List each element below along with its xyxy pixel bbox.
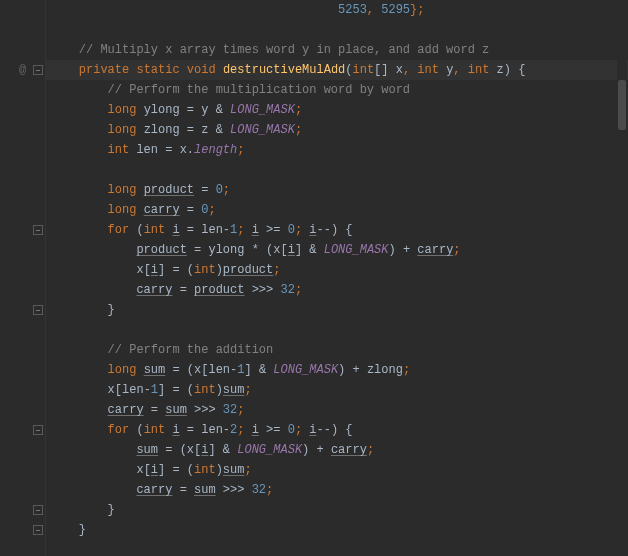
fold-icon[interactable] [33,65,43,75]
code-line[interactable] [50,320,628,340]
change-marker[interactable]: @ [0,60,45,80]
fold-icon[interactable] [33,225,43,235]
code-line[interactable]: long carry = 0; [50,200,628,220]
code-line[interactable]: } [50,300,628,320]
code-line[interactable]: long sum = (x[len-1] & LONG_MASK) + zlon… [50,360,628,380]
code-line[interactable]: } [50,520,628,540]
code-line[interactable]: long product = 0; [50,180,628,200]
code-line[interactable]: private static void destructiveMulAdd(in… [50,60,628,80]
vertical-scrollbar[interactable] [617,0,627,556]
code-area[interactable]: 5253, 5295}; // Multiply x array times w… [46,0,628,556]
fold-icon[interactable] [33,305,43,315]
code-line[interactable]: int len = x.length; [50,140,628,160]
code-line[interactable]: x[i] = (int)product; [50,260,628,280]
code-editor[interactable]: @ 5253, 5295}; // Multiply x array times… [0,0,628,556]
code-line[interactable]: // Perform the addition [50,340,628,360]
change-badge: @ [19,60,26,80]
code-line[interactable] [50,20,628,40]
fold-icon[interactable] [33,525,43,535]
code-line[interactable]: long zlong = z & LONG_MASK; [50,120,628,140]
fold-icon[interactable] [33,505,43,515]
code-line[interactable]: carry = sum >>> 32; [50,480,628,500]
gutter: @ [0,0,46,556]
fold-icon[interactable] [33,425,43,435]
code-line[interactable]: } [50,500,628,520]
code-line[interactable]: for (int i = len-2; i >= 0; i--) { [50,420,628,440]
code-line[interactable] [50,160,628,180]
code-line[interactable]: carry = product >>> 32; [50,280,628,300]
code-line[interactable]: 5253, 5295}; [50,0,628,20]
code-line[interactable] [50,540,628,556]
code-line[interactable]: product = ylong * (x[i] & LONG_MASK) + c… [50,240,628,260]
code-line[interactable]: sum = (x[i] & LONG_MASK) + carry; [50,440,628,460]
code-line[interactable]: long ylong = y & LONG_MASK; [50,100,628,120]
code-line[interactable]: x[len-1] = (int)sum; [50,380,628,400]
code-line[interactable]: for (int i = len-1; i >= 0; i--) { [50,220,628,240]
code-line[interactable]: carry = sum >>> 32; [50,400,628,420]
code-line[interactable]: // Multiply x array times word y in plac… [50,40,628,60]
scrollbar-thumb[interactable] [618,80,626,130]
code-line[interactable]: x[i] = (int)sum; [50,460,628,480]
code-line[interactable]: // Perform the multiplication word by wo… [50,80,628,100]
